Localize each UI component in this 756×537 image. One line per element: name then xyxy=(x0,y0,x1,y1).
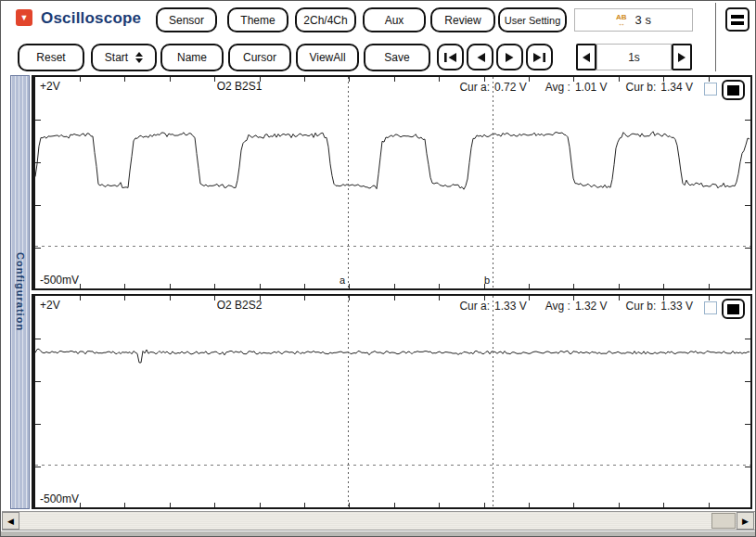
axis-tick xyxy=(304,284,305,288)
scrollbar-thumb[interactable] xyxy=(711,513,736,529)
zero-volt-gridline xyxy=(35,246,750,247)
channel-1-panel: a b +2V -500mV O2 B2S1 Cur a:0.72 V Avg … xyxy=(32,75,752,290)
channel-2-min-label: -500mV xyxy=(40,492,79,505)
theme-button[interactable]: Theme xyxy=(227,7,288,32)
name-button-label: Name xyxy=(177,51,207,64)
axis-tick xyxy=(394,503,395,507)
channel-1-readouts: Cur a:0.72 V Avg :1.01 V Cur b:1.34 V xyxy=(459,81,693,94)
axis-tick xyxy=(745,162,750,163)
right-triangle-icon xyxy=(677,52,686,63)
channel-2-display-button[interactable] xyxy=(722,299,745,319)
user-setting-button[interactable]: User Setting xyxy=(498,7,567,32)
cur-b-label: Cur b: xyxy=(626,300,657,313)
start-spinner-icon[interactable] xyxy=(135,52,143,63)
scroll-right-button[interactable]: ▶ xyxy=(737,512,754,530)
axis-tick xyxy=(260,77,261,82)
axis-tick xyxy=(349,284,350,288)
cur-b-value: 1.34 V xyxy=(660,81,693,94)
axis-tick xyxy=(709,284,710,288)
timebase-increase-button[interactable] xyxy=(672,44,692,70)
axis-tick xyxy=(214,296,215,300)
axis-tick xyxy=(35,424,41,425)
channel-1-checkbox[interactable] xyxy=(704,83,717,96)
stacked-layout-menu-button[interactable] xyxy=(725,7,750,32)
channel-2-panel: +2V -500mV O2 B2S2 Cur a:1.33 V Avg :1.3… xyxy=(32,294,752,509)
start-button[interactable]: Start xyxy=(91,44,157,71)
axis-tick xyxy=(529,296,530,300)
axis-tick xyxy=(260,296,261,300)
axis-tick xyxy=(484,503,485,507)
axis-tick xyxy=(349,77,350,82)
axis-tick xyxy=(35,205,41,206)
save-button-label: Save xyxy=(384,51,409,64)
axis-tick xyxy=(214,503,215,507)
axis-tick xyxy=(394,284,395,288)
axis-tick xyxy=(709,503,710,507)
axis-tick xyxy=(484,77,485,82)
axis-tick xyxy=(529,503,530,507)
cursor-button[interactable]: Cursor xyxy=(228,44,291,71)
channel-2-checkbox[interactable] xyxy=(704,301,717,314)
cursor-b-line[interactable] xyxy=(493,77,493,288)
configuration-panel-handle[interactable]: Configuration xyxy=(10,75,30,509)
channel-2-title: O2 B2S2 xyxy=(174,299,304,312)
cursor-a-line[interactable] xyxy=(348,77,349,288)
axis-tick xyxy=(745,248,750,249)
play-forward-button[interactable] xyxy=(496,44,523,70)
channel-2-max-label: +2V xyxy=(40,299,60,312)
viewall-button[interactable]: ViewAll xyxy=(296,44,359,71)
name-button[interactable]: Name xyxy=(160,44,224,71)
skip-to-start-button[interactable] xyxy=(437,44,464,70)
axis-tick xyxy=(80,77,81,82)
skip-to-end-button[interactable] xyxy=(526,44,553,70)
review-button[interactable]: Review xyxy=(430,7,495,32)
app-title: Oscilloscope xyxy=(41,9,141,28)
axis-tick xyxy=(745,205,750,206)
axis-tick xyxy=(124,284,125,288)
cur-a-label: Cur a: xyxy=(459,81,490,94)
channel-1-display-button[interactable] xyxy=(722,80,745,100)
zero-volt-gridline xyxy=(35,465,750,466)
axis-tick xyxy=(619,284,620,288)
cursor-b-line[interactable] xyxy=(493,296,493,507)
reset-button[interactable]: Reset xyxy=(18,44,84,71)
scroll-left-icon: ◀ xyxy=(7,517,14,526)
play-forward-icon xyxy=(505,52,516,63)
ab-cursor-delta-icon: AB ↔ xyxy=(616,14,627,27)
channel-mode-button[interactable]: 2Ch/4Ch xyxy=(295,7,356,32)
axis-tick xyxy=(35,120,41,121)
axis-tick xyxy=(529,284,530,288)
horizontal-scrollbar[interactable]: ◀ ▶ xyxy=(2,511,755,531)
timebase-decrease-button[interactable] xyxy=(576,44,596,70)
review-button-label: Review xyxy=(444,14,481,27)
cursor-button-label: Cursor xyxy=(243,51,276,64)
filled-square-icon xyxy=(727,85,739,96)
axis-tick xyxy=(349,296,350,300)
axis-tick xyxy=(80,503,81,507)
toolbar-divider xyxy=(715,3,716,71)
cursor-a-label: a xyxy=(340,275,345,286)
axis-tick xyxy=(745,381,750,382)
axis-tick xyxy=(529,77,530,82)
aux-button[interactable]: Aux xyxy=(363,7,426,32)
sensor-button-label: Sensor xyxy=(169,14,204,27)
step-back-button[interactable] xyxy=(467,44,493,70)
axis-tick xyxy=(745,424,750,425)
scroll-left-button[interactable]: ◀ xyxy=(2,512,19,530)
viewall-button-label: ViewAll xyxy=(309,51,345,64)
cur-a-label: Cur a: xyxy=(459,300,490,313)
axis-tick xyxy=(439,503,440,507)
skip-to-start-icon xyxy=(443,52,457,63)
channel-mode-button-label: 2Ch/4Ch xyxy=(303,14,347,27)
save-button[interactable]: Save xyxy=(364,44,430,71)
axis-tick xyxy=(573,284,574,288)
axis-tick xyxy=(573,77,574,82)
axis-tick xyxy=(745,120,750,121)
stacked-bars-menu-icon xyxy=(731,21,744,25)
sensor-button[interactable]: Sensor xyxy=(156,7,217,32)
cursor-a-line[interactable] xyxy=(348,296,349,507)
app-dropdown-icon[interactable]: ▼ xyxy=(16,9,32,26)
axis-tick xyxy=(80,296,81,300)
avg-label: Avg : xyxy=(545,81,570,94)
cur-b-label: Cur b: xyxy=(626,81,657,94)
